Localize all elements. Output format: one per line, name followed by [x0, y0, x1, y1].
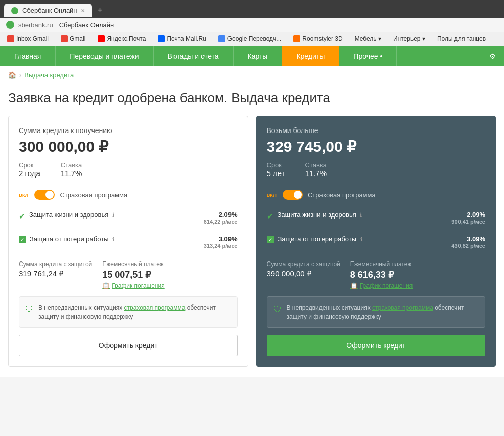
browser-chrome: Сбербанк Онлайн × + sberbank.ru Сбербанк… [0, 0, 504, 46]
home-icon[interactable]: 🏠 [8, 71, 16, 79]
main-navigation: Главная Переводы и платежи Вклады и счет… [0, 46, 504, 66]
bookmark-mebel[interactable]: Мебель ▾ [352, 34, 384, 43]
apply-button-left[interactable]: Оформить кредит [19, 335, 238, 356]
schedule-link[interactable]: 📋 График погашения [102, 282, 164, 289]
shield-icon-right: 🛡 [273, 303, 282, 316]
rate-val: 11.7% [61, 169, 82, 178]
rate-key: Ставка [61, 161, 82, 169]
toggle-vkl-label: вкл [19, 192, 28, 198]
breadcrumb-separator: › [19, 71, 21, 79]
bookmark-mailru[interactable]: Почта Mail.Ru [155, 34, 209, 43]
insurance-1-rate-right: 2.09% 900,41 р/мес [440, 211, 485, 225]
insurance-1-monthly-right: 900,41 р/мес [440, 219, 485, 225]
sum-protection-group: Сумма кредита с защитой 319 761,24 ₽ [19, 260, 92, 289]
info-text: В непредвиденных ситуациях страховая про… [38, 303, 231, 321]
calendar-icon-right: 📋 [350, 282, 358, 289]
card-standard: Сумма кредита к получению 300 000,00 ₽ С… [8, 116, 248, 367]
insurance-2-monthly: 313,24 р/мес [192, 243, 238, 249]
bookmark-google-translate[interactable]: Google Переводч... [215, 34, 285, 43]
nav-cards[interactable]: Карты [234, 46, 283, 66]
insurance-2-rate: 3.09% 313,24 р/мес [192, 235, 238, 249]
bookmark-roomstyler[interactable]: Roomstyler 3D [290, 34, 345, 43]
card-amount: 300 000,00 ₽ [19, 138, 238, 155]
info-box-left: 🛡 В непредвиденных ситуациях страховая п… [19, 296, 238, 328]
apply-button-right[interactable]: Оформить кредит [267, 335, 486, 356]
rate-group: Ставка 11.7% [61, 161, 82, 178]
nav-deposits[interactable]: Вклады и счета [154, 46, 234, 66]
card-amount-right: 329 745,00 ₽ [267, 138, 486, 155]
card-premium: Возьми больше 329 745,00 ₽ Срок 5 лет Ст… [256, 116, 496, 367]
schedule-link-right[interactable]: 📋 График погашения [350, 282, 413, 289]
tab-bar: Сбербанк Онлайн × + [0, 0, 504, 18]
mail-icon [158, 35, 165, 42]
insurance-toggle-right[interactable] [283, 190, 303, 200]
monthly-key-right: Ежемесячный платеж [350, 260, 413, 268]
google-icon [218, 35, 225, 42]
bookmark-yandex[interactable]: Яндекс.Почта [95, 34, 149, 43]
checkbox-icon-2[interactable] [19, 236, 26, 243]
rate-group-right: Ставка 11.7% [305, 161, 327, 178]
gmail-icon [7, 35, 14, 42]
roomstyler-icon [293, 35, 300, 42]
bookmark-label: Roomstyler 3D [302, 35, 342, 42]
monthly-key: Ежемесячный платеж [102, 260, 164, 268]
info-icon-2[interactable]: ℹ [112, 236, 114, 242]
insurance-toggle-row-right: вкл Страховая программа [267, 186, 486, 204]
active-tab[interactable]: Сбербанк Онлайн × [4, 4, 92, 17]
tab-close-button[interactable]: × [81, 7, 85, 14]
info-icon-1-right[interactable]: ℹ [360, 212, 362, 218]
bookmark-inbox-gmail[interactable]: Inbox Gmail [4, 34, 52, 43]
insurance-toggle[interactable] [34, 190, 55, 200]
monthly-payment-group-right: Ежемесячный платеж 8 616,33 ₽ 📋 График п… [350, 260, 413, 289]
bookmark-label: Gmail [70, 35, 85, 42]
info-icon-1[interactable]: ℹ [112, 212, 114, 218]
cards-container: Сумма кредита к получению 300 000,00 ₽ С… [0, 116, 504, 377]
insurance-item-2: Защита от потери работы ℹ 3.09% 313,24 р… [19, 235, 238, 254]
info-link-right[interactable]: страховая программа [372, 304, 433, 311]
info-icon-2-right[interactable]: ℹ [360, 236, 362, 242]
term-key-right: Срок [267, 161, 285, 169]
address-label: Сбербанк Онлайн [59, 21, 114, 29]
card-label: Сумма кредита к получению [19, 126, 238, 135]
insurance-item-2-right: Защита от потери работы ℹ 3.09% 430,82 р… [267, 235, 486, 254]
shield-icon: 🛡 [25, 303, 33, 316]
gmail2-icon [61, 35, 68, 42]
insurance-2-name-right: Защита от потери работы ℹ [278, 235, 440, 243]
insurance-item-1: ✔ Защита жизни и здоровья ℹ 2.09% 614,22… [19, 211, 238, 230]
breadcrumb-link[interactable]: Выдача кредита [24, 71, 74, 79]
new-tab-button[interactable]: + [92, 3, 108, 18]
breadcrumb: 🏠 › Выдача кредита [0, 66, 504, 84]
summary-section-right: Сумма кредита с защитой 390 000,00 ₽ Еже… [267, 260, 486, 289]
rate-key-right: Ставка [305, 161, 327, 169]
rate-val-right: 11.7% [305, 169, 327, 178]
term-group: Срок 2 года [19, 161, 40, 178]
bookmark-label: Интерьер ▾ [393, 35, 425, 42]
monthly-val: 15 007,51 ₽ [102, 269, 164, 280]
toggle-text: Страховая программа [60, 191, 127, 199]
bookmark-label: Google Переводч... [227, 35, 282, 42]
nav-home[interactable]: Главная [0, 46, 56, 66]
info-link[interactable]: страховая программа [124, 304, 185, 311]
address-site: sberbank.ru [18, 21, 53, 29]
nav-credits[interactable]: Кредиты [282, 46, 339, 66]
card-meta: Срок 2 года Ставка 11.7% [19, 161, 238, 178]
term-val-right: 5 лет [267, 169, 285, 178]
bookmark-poly[interactable]: Полы для танцев [434, 34, 489, 43]
check-icon-1-right: ✔ [267, 211, 273, 221]
bookmarks-bar: Inbox Gmail Gmail Яндекс.Почта Почта Mai… [0, 32, 504, 46]
insurance-1-name-right: Защита жизни и здоровья ℹ [278, 211, 440, 219]
toggle-vkl-label-right: вкл [267, 192, 277, 198]
bookmark-label: Яндекс.Почта [107, 35, 146, 42]
bookmark-interior[interactable]: Интерьер ▾ [390, 34, 428, 43]
info-text-right: В непредвиденных ситуациях страховая про… [287, 303, 479, 321]
nav-other[interactable]: Прочее • [339, 46, 397, 66]
site-wrapper: Главная Переводы и платежи Вклады и счет… [0, 46, 504, 377]
sum-protection-group-right: Сумма кредита с защитой 390 000,00 ₽ [267, 260, 340, 289]
bookmark-gmail[interactable]: Gmail [58, 34, 88, 43]
settings-button[interactable]: ⚙ [481, 46, 504, 66]
toggle-text-right: Страховая программа [308, 191, 376, 199]
checkbox-icon-2-right[interactable] [267, 236, 274, 243]
insurance-1-rate: 2.09% 614,22 р/мес [192, 211, 238, 225]
calendar-icon: 📋 [102, 282, 110, 289]
nav-transfers[interactable]: Переводы и платежи [56, 46, 153, 66]
